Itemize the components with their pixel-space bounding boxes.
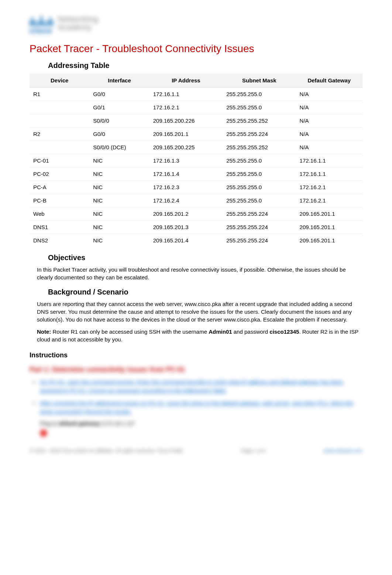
note-label: Note: [37, 329, 51, 335]
background-text: Users are reporting that they cannot acc… [37, 300, 362, 323]
note-username: Admin01 [209, 329, 232, 335]
table-row: R1G0/0172.16.1.1255.255.255.0N/A [30, 88, 362, 101]
table-row: PC-ANIC172.16.2.3255.255.255.0172.16.2.1 [30, 181, 362, 194]
cell-gw: 209.165.201.1 [296, 221, 362, 234]
footer-url: www.netacad.com [324, 448, 363, 453]
ping-line: Ping to default gateway (172.16.1.1)? [40, 420, 362, 426]
cell-ip: 172.16.1.3 [149, 154, 223, 167]
background-heading: Background / Scenario [48, 288, 362, 296]
cell-gw: N/A [296, 127, 362, 141]
objectives-heading: Objectives [48, 254, 362, 262]
cell-ip: 172.16.2.1 [149, 101, 223, 114]
col-header-gateway: Default Gateway [296, 74, 362, 88]
cell-ip: 209.165.201.1 [149, 127, 223, 141]
objectives-text: In this Packet Tracer activity, you will… [37, 266, 362, 281]
part-1-heading: Part 1: Determine connectivity issues fr… [30, 366, 362, 374]
page-footer: © 2019 - 2019 Cisco and/or its affiliate… [30, 448, 362, 453]
cisco-logo: cisco [30, 11, 53, 35]
cell-device: PC-A [30, 181, 89, 194]
table-row: WebNIC209.165.201.2255.255.255.224209.16… [30, 207, 362, 221]
cell-interface: NIC [89, 221, 149, 234]
list-item: On PC-01, open the command prompt. Enter… [40, 378, 362, 395]
cell-interface: NIC [89, 181, 149, 194]
table-row: DNS2NIC209.165.201.4255.255.255.224209.1… [30, 234, 362, 247]
logo-block: cisco Networking Academy [30, 11, 362, 35]
instruction-list: On PC-01, open the command prompt. Enter… [30, 378, 362, 416]
col-header-mask: Subnet Mask [223, 74, 296, 88]
cell-ip: 209.165.200.225 [149, 141, 223, 154]
footer-page-number: Page 1 of 4 [241, 448, 266, 453]
cell-gw: N/A [296, 88, 362, 101]
cell-mask: 255.255.255.0 [223, 101, 296, 114]
cell-interface: NIC [89, 207, 149, 221]
table-header-row: Device Interface IP Address Subnet Mask … [30, 74, 362, 88]
cell-interface: NIC [89, 167, 149, 181]
cell-device: PC-01 [30, 154, 89, 167]
logo-text-academy: Academy [58, 23, 98, 31]
addressing-table-heading: Addressing Table [48, 61, 362, 70]
ping-target: default gateway [59, 420, 100, 426]
cell-mask: 255.255.255.0 [223, 181, 296, 194]
note-text-a: Router R1 can only be accessed using SSH… [51, 329, 209, 335]
cell-mask: 255.255.255.0 [223, 154, 296, 167]
cell-ip: 209.165.201.2 [149, 207, 223, 221]
cell-device: DNS1 [30, 221, 89, 234]
ping-text-a: Ping to [40, 420, 59, 426]
cell-gw: 172.16.2.1 [296, 194, 362, 207]
cell-interface: S0/0/0 [89, 114, 149, 127]
cell-ip: 209.165.201.3 [149, 221, 223, 234]
table-row: PC-02NIC172.16.1.4255.255.255.0172.16.1.… [30, 167, 362, 181]
cell-ip: 172.16.1.4 [149, 167, 223, 181]
blurred-content: Part 1: Determine connectivity issues fr… [30, 366, 362, 453]
cell-mask: 255.255.255.224 [223, 234, 296, 247]
cell-gw: 172.16.2.1 [296, 181, 362, 194]
ping-text-c: (172.16.1.1)? [100, 420, 134, 426]
cell-mask: 255.255.255.224 [223, 127, 296, 141]
list-item: After correcting the IP addressing issue… [40, 399, 362, 416]
cell-mask: 255.255.255.0 [223, 88, 296, 101]
cell-ip: 209.165.200.226 [149, 114, 223, 127]
cell-mask: 255.255.255.252 [223, 141, 296, 154]
logo-text-networking: Networking [58, 15, 98, 23]
cell-device: PC-B [30, 194, 89, 207]
cell-device: PC-02 [30, 167, 89, 181]
cell-interface: G0/1 [89, 101, 149, 114]
cell-mask: 255.255.255.0 [223, 194, 296, 207]
note-text-b: and password [232, 329, 270, 335]
logo-text-cisco: cisco [30, 26, 53, 35]
unlock-badge[interactable] [40, 429, 47, 437]
cell-mask: 255.255.255.224 [223, 207, 296, 221]
cell-gw: 209.165.201.1 [296, 234, 362, 247]
cell-interface: G0/0 [89, 88, 149, 101]
cell-interface: NIC [89, 194, 149, 207]
cell-ip: 209.165.201.4 [149, 234, 223, 247]
cell-mask: 255.255.255.0 [223, 167, 296, 181]
cell-interface: G0/0 [89, 127, 149, 141]
cell-device: Web [30, 207, 89, 221]
cell-gw: N/A [296, 114, 362, 127]
page-title: Packet Tracer - Troubleshoot Connectivit… [30, 43, 362, 55]
table-row: DNS1NIC209.165.201.3255.255.255.224209.1… [30, 221, 362, 234]
cell-gw: 172.16.1.1 [296, 154, 362, 167]
cell-gw: 172.16.1.1 [296, 167, 362, 181]
table-row: PC-BNIC172.16.2.4255.255.255.0172.16.2.1 [30, 194, 362, 207]
cell-device: R1 [30, 88, 89, 101]
table-row: R2G0/0209.165.201.1255.255.255.224N/A [30, 127, 362, 141]
instructions-heading: Instructions [30, 351, 362, 359]
cell-ip: 172.16.1.1 [149, 88, 223, 101]
cell-ip: 172.16.2.3 [149, 181, 223, 194]
cell-device [30, 101, 89, 114]
cell-interface: NIC [89, 154, 149, 167]
cell-device [30, 114, 89, 127]
logo-text-stack: Networking Academy [58, 15, 98, 31]
cell-gw: 209.165.201.1 [296, 207, 362, 221]
table-row: PC-01NIC172.16.1.3255.255.255.0172.16.1.… [30, 154, 362, 167]
cell-ip: 172.16.2.4 [149, 194, 223, 207]
note-password: cisco12345 [269, 329, 299, 335]
cell-device: R2 [30, 127, 89, 141]
cell-device: DNS2 [30, 234, 89, 247]
cell-gw: N/A [296, 101, 362, 114]
table-row: S0/0/0209.165.200.226255.255.255.252N/A [30, 114, 362, 127]
cell-interface: S0/0/0 (DCE) [89, 141, 149, 154]
col-header-device: Device [30, 74, 89, 88]
